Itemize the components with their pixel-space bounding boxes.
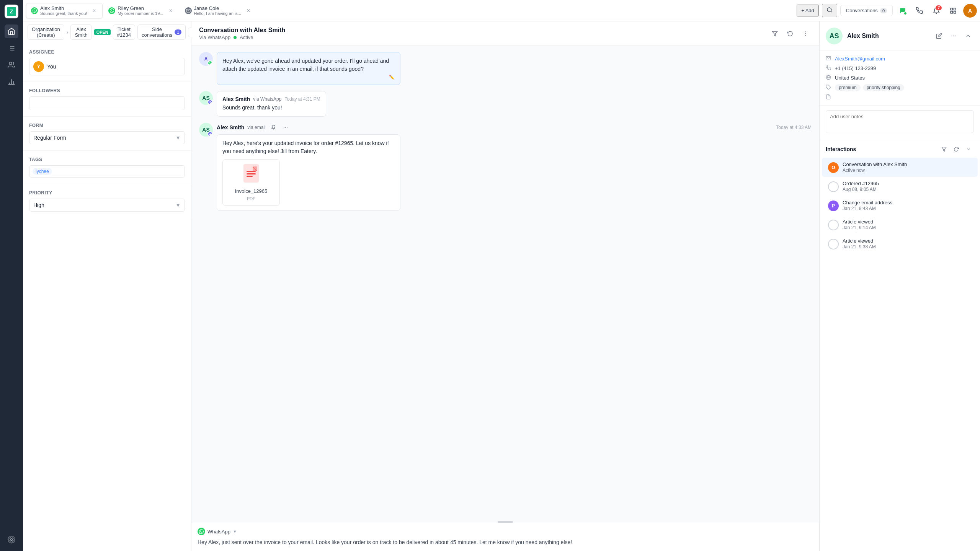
interaction-content-1: Conversation with Alex Smith Active now bbox=[843, 161, 972, 173]
contact-breadcrumb[interactable]: Alex Smith bbox=[70, 24, 91, 40]
interaction-dot-gray-1 bbox=[828, 181, 839, 192]
tab-close-1[interactable]: ✕ bbox=[91, 7, 98, 14]
interaction-conv-alex[interactable]: O Conversation with Alex Smith Active no… bbox=[822, 158, 978, 177]
followers-field[interactable] bbox=[29, 96, 185, 110]
contact-info: AlexSmith@gmail.com +1 (415) 123-2399 bbox=[820, 51, 980, 106]
whatsapp-indicator bbox=[207, 60, 213, 66]
user-notes-input[interactable] bbox=[826, 110, 974, 133]
ticket-breadcrumb[interactable]: Ticket #1234 bbox=[113, 24, 135, 40]
add-tab-button[interactable]: + Add bbox=[797, 5, 819, 16]
assignee-section: Assignee Y You bbox=[23, 43, 191, 82]
conversations-button[interactable]: Conversations 0 bbox=[840, 5, 893, 16]
agent-avatar: A bbox=[199, 52, 213, 66]
message-time-1: Today at 4:31 PM bbox=[284, 96, 320, 102]
interaction-name-4: Article viewed bbox=[843, 219, 972, 225]
whatsapp-label: WhatsApp bbox=[207, 529, 230, 535]
interaction-content-5: Article viewed Jan 21, 9:38 AM bbox=[843, 238, 972, 249]
tags-label: Tags bbox=[29, 157, 185, 162]
notification-button[interactable]: 7 bbox=[929, 4, 943, 18]
contact-country-value: United States bbox=[835, 75, 865, 81]
contact-tags-list: premium priority shopping bbox=[835, 84, 904, 91]
reply-channel-selector[interactable]: WhatsApp ▼ bbox=[198, 528, 813, 535]
side-conversations-button[interactable]: Side conversations 1 bbox=[137, 24, 186, 40]
tab-bar: Alex Smith Sounds great, thank you! ✕ Ri… bbox=[23, 0, 980, 21]
tab-close-3[interactable]: ✕ bbox=[245, 7, 252, 14]
tag-lychee: lychee bbox=[33, 168, 52, 175]
file-attachment: Invoice_12965 PDF bbox=[222, 159, 395, 206]
interactions-filter-button[interactable] bbox=[939, 144, 949, 155]
form-select[interactable]: Regular Form ▼ bbox=[29, 131, 185, 144]
svg-rect-17 bbox=[954, 8, 956, 10]
interaction-name-1: Conversation with Alex Smith bbox=[843, 161, 972, 167]
interaction-article-1[interactable]: Article viewed Jan 21, 9:14 AM bbox=[822, 215, 978, 234]
message-meta-1: Alex Smith via WhatsApp Today at 4:31 PM bbox=[222, 96, 320, 102]
tab-whatsapp-icon-1 bbox=[31, 7, 38, 14]
nav-home[interactable] bbox=[5, 24, 18, 38]
svg-text:Z: Z bbox=[10, 8, 13, 15]
tab-janae-cole[interactable]: Janae Cole Hello, I am having an is... ✕ bbox=[180, 3, 257, 18]
interaction-email-change[interactable]: P Change email address Jan 21, 9:43 AM bbox=[822, 196, 978, 215]
interaction-sub-4: Jan 21, 9:14 AM bbox=[843, 225, 972, 230]
contact-email-value[interactable]: AlexSmith@gmail.com bbox=[835, 56, 885, 62]
tab-subtitle-1: Sounds great, thank you! bbox=[40, 11, 87, 16]
left-panel: Organization (Create) › Alex Smith OPEN … bbox=[23, 21, 191, 551]
assignee-field[interactable]: Y You bbox=[29, 58, 185, 75]
nav-settings[interactable] bbox=[5, 533, 18, 546]
edit-contact-button[interactable] bbox=[933, 30, 945, 42]
svg-point-23 bbox=[805, 35, 806, 36]
tab-riley-green[interactable]: Riley Green My order number is 19... ✕ bbox=[103, 3, 179, 18]
priority-value: High bbox=[33, 202, 44, 208]
interaction-sub-1: Active now bbox=[843, 168, 972, 173]
contact-notes-icon-row bbox=[826, 94, 974, 101]
channel-chevron-icon: ▼ bbox=[233, 529, 237, 534]
priority-select[interactable]: High ▼ bbox=[29, 199, 185, 212]
priority-chevron-icon: ▼ bbox=[175, 202, 181, 208]
form-section: Form Regular Form ▼ bbox=[23, 117, 191, 151]
contact-tag-premium: premium bbox=[835, 84, 861, 91]
org-breadcrumb[interactable]: Organization (Create) bbox=[28, 24, 64, 40]
tab-title-1: Alex Smith bbox=[40, 5, 87, 11]
history-icon-button[interactable] bbox=[784, 28, 796, 40]
phone-icon-button[interactable] bbox=[913, 4, 926, 18]
followers-section: Followers bbox=[23, 82, 191, 117]
user-indicator bbox=[207, 99, 213, 105]
grid-button[interactable] bbox=[946, 4, 960, 18]
whatsapp-channel-icon bbox=[198, 528, 205, 535]
message-via-1: via WhatsApp bbox=[253, 96, 281, 102]
interaction-order[interactable]: Ordered #12965 Aug 08, 9:05 AM bbox=[822, 177, 978, 196]
nav-chart[interactable] bbox=[5, 75, 18, 89]
svg-point-13 bbox=[11, 539, 13, 541]
left-nav: Z bbox=[0, 0, 23, 551]
svg-point-25 bbox=[210, 133, 211, 134]
interaction-article-2[interactable]: Article viewed Jan 21, 9:38 AM bbox=[822, 234, 978, 253]
nav-list[interactable] bbox=[5, 41, 18, 55]
message-text-1: Sounds great, thank you! bbox=[222, 104, 320, 112]
active-status-dot bbox=[234, 36, 237, 39]
search-button[interactable] bbox=[822, 4, 837, 17]
reply-text-area[interactable]: Hey Alex, just sent over the invoice to … bbox=[198, 538, 813, 546]
side-conv-label: Side conversations bbox=[142, 26, 172, 38]
user-avatar-button[interactable]: A bbox=[963, 4, 977, 18]
contact-more-button[interactable] bbox=[948, 30, 959, 42]
tab-subtitle-2: My order number is 19... bbox=[118, 11, 163, 16]
side-conv-count: 1 bbox=[175, 29, 181, 35]
conversations-count: 0 bbox=[880, 8, 887, 13]
interactions-refresh-button[interactable] bbox=[951, 144, 962, 155]
collapse-contact-button[interactable] bbox=[962, 30, 974, 42]
tab-close-2[interactable]: ✕ bbox=[167, 7, 174, 14]
tags-field[interactable]: lychee bbox=[29, 165, 185, 178]
message-pin-button[interactable] bbox=[269, 123, 278, 132]
tab-alex-smith[interactable]: Alex Smith Sounds great, thank you! ✕ bbox=[26, 3, 103, 18]
message-text-2: Hey Alex, here's your updated invoice fo… bbox=[222, 139, 395, 155]
nav-users[interactable] bbox=[5, 58, 18, 72]
message-more-button[interactable] bbox=[281, 123, 290, 132]
invoice-attachment[interactable]: Invoice_12965 PDF bbox=[222, 159, 280, 206]
svg-rect-19 bbox=[954, 11, 956, 13]
filter-icon-button[interactable] bbox=[769, 28, 781, 40]
tab-whatsapp-icon-2 bbox=[108, 7, 115, 14]
conversation-title: Conversation with Alex Smith bbox=[199, 27, 285, 34]
more-options-button[interactable] bbox=[799, 28, 812, 40]
interactions-collapse-button[interactable] bbox=[963, 144, 974, 155]
right-panel: AS Alex Smith bbox=[819, 21, 980, 551]
chat-icon-button[interactable] bbox=[896, 4, 910, 18]
